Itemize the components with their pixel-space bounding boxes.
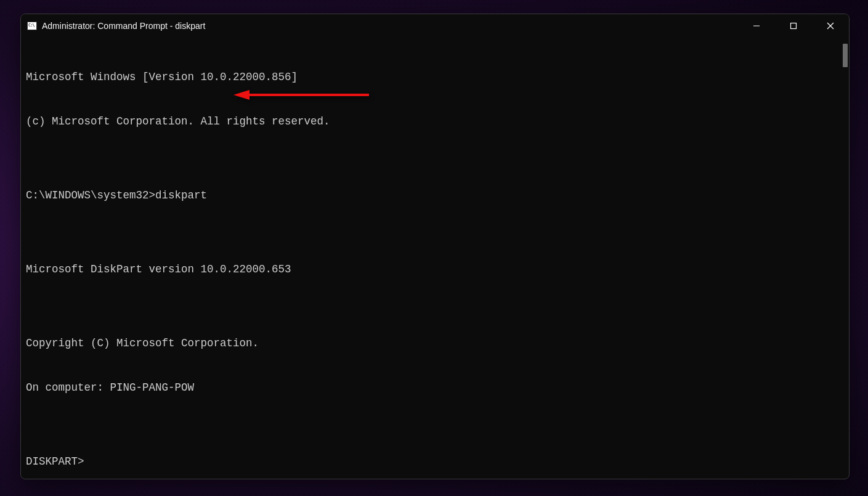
svg-marker-5	[233, 90, 249, 100]
minimize-button[interactable]	[738, 14, 775, 38]
terminal-output[interactable]: Microsoft Windows [Version 10.0.22000.85…	[21, 38, 849, 479]
titlebar-controls	[738, 14, 849, 38]
close-button[interactable]	[812, 14, 849, 38]
maximize-button[interactable]	[775, 14, 812, 38]
scrollbar-track[interactable]	[839, 38, 849, 479]
terminal-line: C:\WINDOWS\system32>diskpart	[26, 188, 844, 203]
cmd-icon	[27, 22, 37, 30]
annotation-arrow-icon	[233, 89, 369, 101]
scrollbar-thumb[interactable]	[843, 44, 848, 67]
terminal-line: DISKPART>	[26, 454, 844, 469]
svg-rect-1	[791, 23, 797, 29]
terminal-line: Copyright (C) Microsoft Corporation.	[26, 336, 844, 351]
command-prompt-window: Administrator: Command Prompt - diskpart…	[20, 14, 850, 479]
titlebar[interactable]: Administrator: Command Prompt - diskpart	[21, 14, 849, 38]
window-title: Administrator: Command Prompt - diskpart	[42, 21, 205, 31]
terminal-line: On computer: PING-PANG-POW	[26, 380, 844, 395]
terminal-line: Microsoft DiskPart version 10.0.22000.65…	[26, 262, 844, 277]
terminal-line: Microsoft Windows [Version 10.0.22000.85…	[26, 70, 844, 84]
terminal-line: (c) Microsoft Corporation. All rights re…	[26, 114, 844, 129]
